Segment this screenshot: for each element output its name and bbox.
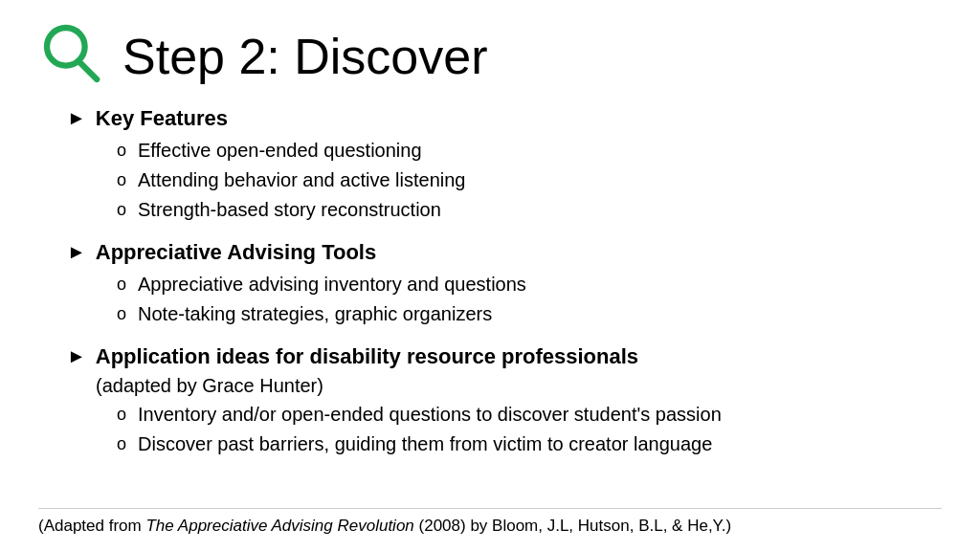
footer-book-title: The Appreciative Advising Revolution: [145, 517, 413, 535]
chevron-icon-1: ►: [67, 107, 86, 129]
section-title-2: Appreciative Advising Tools: [96, 240, 376, 265]
footer: (Adapted from The Appreciative Advising …: [38, 508, 942, 536]
bullet-list-3: o Inventory and/or open-ended questions …: [67, 401, 942, 457]
list-item-text: Effective open-ended questioning: [138, 137, 422, 164]
list-item-text: Inventory and/or open-ended questions to…: [138, 401, 722, 428]
list-item: o Appreciative advising inventory and qu…: [117, 271, 942, 298]
section-title-3: Application ideas for disability resourc…: [96, 344, 638, 369]
bullet-icon: o: [117, 302, 126, 326]
section-header-key-features: ► Key Features: [67, 106, 942, 131]
header: Step 2: Discover: [38, 19, 942, 93]
content: ► Key Features o Effective open-ended qu…: [38, 106, 942, 457]
list-item: o Strength-based story reconstruction: [117, 196, 942, 223]
section-application-ideas: ► Application ideas for disability resou…: [67, 344, 942, 457]
chevron-icon-2: ►: [67, 241, 86, 263]
list-item-text: Strength-based story reconstruction: [138, 196, 441, 223]
bullet-icon: o: [117, 403, 126, 427]
bullet-list-1: o Effective open-ended questioning o Att…: [67, 137, 942, 223]
bullet-icon: o: [117, 139, 126, 163]
bullet-icon: o: [117, 273, 126, 297]
bullet-icon: o: [117, 168, 126, 192]
list-item: o Attending behavior and active listenin…: [117, 166, 942, 193]
sub-indent-text: (adapted by Grace Hunter): [67, 375, 942, 397]
bullet-list-2: o Appreciative advising inventory and qu…: [67, 271, 942, 327]
search-icon: [38, 19, 107, 93]
section-key-features: ► Key Features o Effective open-ended qu…: [67, 106, 942, 223]
section-appreciative-tools: ► Appreciative Advising Tools o Apprecia…: [67, 240, 942, 327]
list-item-text: Note-taking strategies, graphic organize…: [138, 300, 492, 327]
svg-line-1: [79, 62, 97, 79]
bullet-icon: o: [117, 198, 126, 222]
section-title-1: Key Features: [96, 106, 228, 131]
footer-suffix: (2008) by Bloom, J.L, Hutson, B.L, & He,…: [414, 517, 731, 535]
list-item: o Inventory and/or open-ended questions …: [117, 401, 942, 428]
list-item: o Effective open-ended questioning: [117, 137, 942, 164]
list-item-text: Attending behavior and active listening: [138, 166, 465, 193]
footer-prefix: (Adapted from: [38, 517, 145, 535]
section-header-3: ► Application ideas for disability resou…: [67, 344, 942, 369]
page: Step 2: Discover ► Key Features o Effect…: [0, 0, 980, 551]
list-item: o Discover past barriers, guiding them f…: [117, 430, 942, 457]
list-item-text: Appreciative advising inventory and ques…: [138, 271, 526, 298]
section-header-2: ► Appreciative Advising Tools: [67, 240, 942, 265]
page-title: Step 2: Discover: [122, 28, 488, 85]
bullet-icon: o: [117, 432, 126, 456]
chevron-icon-3: ►: [67, 345, 86, 367]
list-item-text: Discover past barriers, guiding them fro…: [138, 430, 712, 457]
list-item: o Note-taking strategies, graphic organi…: [117, 300, 942, 327]
